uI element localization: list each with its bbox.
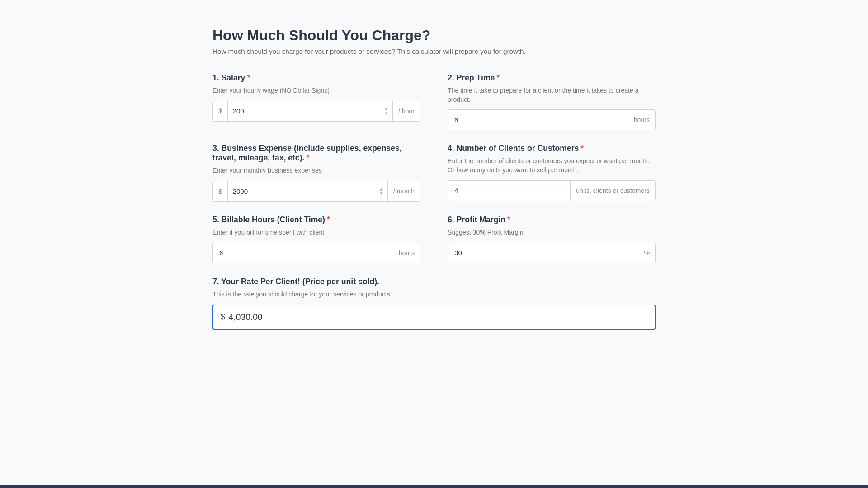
- business-expense-suffix: / month: [387, 181, 420, 201]
- prep-time-input[interactable]: [448, 110, 628, 130]
- business-expense-spinner[interactable]: ▲ ▼: [376, 181, 388, 201]
- prep-time-description: The time it take to prepare for a client…: [448, 86, 656, 104]
- business-expense-spinner-arrows[interactable]: ▲ ▼: [379, 187, 384, 196]
- num-clients-input-wrapper: units, clients or customers: [448, 180, 656, 201]
- business-expense-label: 3. Business Expense (Include supplies, e…: [212, 144, 420, 163]
- profit-margin-input[interactable]: [448, 243, 638, 263]
- billable-hours-group: 5. Billable Hours (Client Time)* Enter i…: [212, 215, 420, 263]
- page-subtitle: How much should you charge for your prod…: [212, 47, 656, 55]
- salary-spinner-arrows[interactable]: ▲ ▼: [384, 107, 389, 115]
- result-input-wrapper: $ 4,030.00: [212, 305, 656, 330]
- prep-time-label: 2. Prep Time*: [448, 73, 656, 83]
- result-prefix: $: [221, 312, 225, 322]
- salary-description: Enter your hourly wage (NO Dollar Signs): [212, 86, 420, 95]
- business-expense-input-wrapper: $ ▲ ▼ / month: [212, 181, 420, 202]
- salary-spinner[interactable]: ▲ ▼: [381, 101, 393, 121]
- profit-margin-group: 6. Profit Margin* Suggest 30% Profit Mar…: [448, 215, 656, 263]
- billable-hours-input[interactable]: [213, 243, 393, 263]
- business-expense-input[interactable]: [228, 181, 375, 201]
- salary-suffix: / hour: [392, 101, 420, 121]
- business-expense-prefix: $: [213, 181, 228, 201]
- business-expense-group: 3. Business Expense (Include supplies, e…: [212, 144, 420, 202]
- page-title: How Much Should You Charge?: [212, 27, 656, 44]
- profit-margin-input-wrapper: %: [448, 243, 656, 263]
- num-clients-label: 4. Number of Clients or Customers*: [448, 144, 656, 153]
- result-label: 7. Your Rate Per Client! (Price per unit…: [212, 277, 656, 286]
- num-clients-group: 4. Number of Clients or Customers* Enter…: [448, 144, 656, 202]
- prep-time-suffix: hours: [628, 110, 655, 130]
- prep-time-input-wrapper: hours: [448, 109, 656, 130]
- prep-time-group: 2. Prep Time* The time it take to prepar…: [448, 73, 656, 130]
- salary-label: 1. Salary*: [212, 73, 420, 83]
- num-clients-suffix: units, clients or customers: [570, 181, 655, 201]
- num-clients-input[interactable]: [448, 181, 570, 201]
- result-description: This is the rate you should charge for y…: [212, 290, 656, 299]
- billable-hours-input-wrapper: hours: [212, 243, 420, 263]
- salary-input-wrapper: $ ▲ ▼ / hour: [212, 101, 420, 122]
- salary-input[interactable]: [228, 101, 380, 121]
- profit-margin-description: Suggest 30% Profit Margin.: [448, 228, 656, 237]
- billable-hours-label: 5. Billable Hours (Client Time)*: [212, 215, 420, 225]
- profit-margin-suffix: %: [638, 243, 655, 263]
- footer-bar: [0, 485, 868, 488]
- num-clients-description: Enter the number of clients or customers…: [448, 157, 656, 174]
- profit-margin-label: 6. Profit Margin*: [448, 215, 656, 225]
- billable-hours-description: Enter if you bill for time spent with cl…: [212, 228, 420, 237]
- result-value: 4,030.00: [229, 312, 263, 322]
- result-section: 7. Your Rate Per Client! (Price per unit…: [212, 277, 656, 330]
- page-container: How Much Should You Charge? How much sho…: [194, 0, 674, 380]
- business-expense-description: Enter your monthly business expenses: [212, 166, 420, 175]
- billable-hours-suffix: hours: [393, 243, 420, 263]
- salary-group: 1. Salary* Enter your hourly wage (NO Do…: [212, 73, 420, 130]
- salary-prefix: $: [213, 101, 228, 121]
